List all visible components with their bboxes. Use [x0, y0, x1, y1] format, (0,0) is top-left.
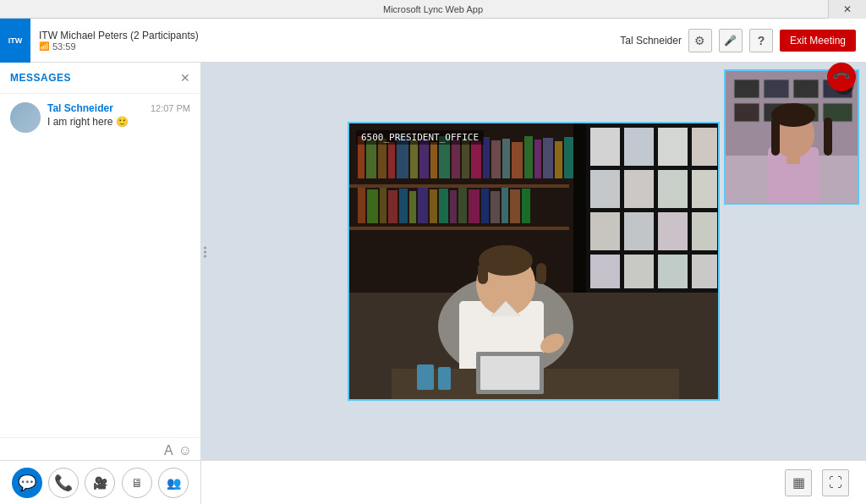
svg-rect-78 [734, 103, 759, 122]
svg-rect-9 [430, 142, 437, 178]
svg-rect-13 [471, 141, 481, 178]
svg-rect-11 [452, 140, 460, 178]
svg-rect-45 [624, 128, 654, 166]
svg-rect-42 [573, 123, 586, 293]
svg-rect-36 [481, 189, 489, 223]
svg-rect-25 [367, 189, 378, 223]
video-icon: 🎥 [93, 476, 107, 490]
end-call-button[interactable]: 📞 [827, 63, 856, 91]
mic-button[interactable]: 🎤 [719, 29, 743, 52]
svg-rect-23 [349, 184, 569, 188]
message-item: Tal Schneider 12:07 PM I am right here 🙂 [10, 102, 190, 133]
message-time: 12:07 PM [151, 103, 190, 113]
svg-rect-26 [380, 188, 386, 223]
svg-rect-57 [624, 255, 654, 288]
svg-rect-54 [658, 212, 688, 250]
svg-rect-39 [510, 189, 520, 223]
svg-rect-87 [824, 118, 832, 156]
svg-rect-24 [358, 188, 365, 223]
svg-rect-17 [512, 142, 523, 178]
main-video-content [349, 123, 718, 399]
phone-button[interactable]: 📞 [48, 468, 79, 498]
svg-rect-35 [469, 189, 480, 223]
svg-rect-34 [458, 188, 467, 223]
video-area: 6500_PRESIDENT_OFFICE [201, 63, 866, 460]
screen-icon: 🖥 [131, 476, 143, 490]
svg-rect-88 [787, 154, 800, 164]
svg-rect-76 [764, 79, 789, 98]
svg-rect-40 [522, 189, 530, 223]
svg-rect-37 [491, 191, 500, 223]
chat-button[interactable]: 💬 [12, 468, 42, 498]
svg-rect-19 [534, 140, 541, 178]
svg-rect-48 [590, 170, 620, 208]
svg-rect-75 [734, 79, 759, 98]
font-icon[interactable]: A [164, 443, 173, 458]
svg-rect-59 [692, 255, 717, 288]
svg-rect-72 [438, 367, 451, 390]
svg-rect-18 [524, 136, 533, 178]
fullscreen-icon: ⛶ [829, 475, 842, 490]
app-bar-right: Tal Schneider ⚙ 🎤 ? Exit Meeting [620, 29, 866, 52]
app-bar: ITW ITW Michael Peters (2 Participants) … [0, 19, 866, 63]
panel-close-button[interactable]: ✕ [180, 71, 190, 85]
svg-rect-5 [388, 142, 395, 178]
video-button[interactable]: 🎥 [85, 468, 115, 498]
participants-button[interactable]: 👥 [158, 468, 189, 498]
help-button[interactable]: ? [749, 29, 773, 52]
people-icon: 👥 [167, 476, 181, 490]
svg-rect-15 [491, 140, 501, 178]
settings-button[interactable]: ⚙ [688, 29, 712, 52]
drag-handle[interactable] [201, 247, 208, 258]
svg-rect-33 [450, 190, 457, 223]
svg-rect-30 [418, 188, 428, 223]
meeting-title: ITW Michael Peters (2 Participants) [39, 30, 620, 41]
svg-rect-46 [658, 128, 688, 166]
messages-panel: MESSAGES ✕ Tal Schneider 12:07 PM I am r… [0, 63, 201, 504]
svg-rect-47 [692, 128, 717, 166]
svg-rect-20 [543, 138, 553, 178]
bottom-right-toolbar: ▦ ⛶ [201, 460, 866, 504]
chat-icon: 💬 [18, 474, 36, 492]
messages-area: Tal Schneider 12:07 PM I am right here 🙂 [0, 94, 200, 437]
svg-rect-65 [478, 263, 488, 284]
user-name: Tal Schneider [620, 35, 682, 47]
svg-rect-41 [349, 227, 569, 230]
emoji-icon[interactable]: ☺ [178, 443, 192, 458]
svg-rect-32 [439, 189, 448, 223]
screen-share-button[interactable]: 🖥 [122, 468, 152, 498]
app-title: Microsoft Lync Web App [383, 4, 483, 14]
meeting-timer: 📶 53:59 [39, 41, 620, 52]
svg-rect-27 [388, 190, 397, 223]
svg-rect-71 [417, 364, 434, 390]
window-close-button[interactable]: ✕ [828, 0, 866, 19]
bottom-toolbar: 💬 📞 🎥 🖥 👥 [0, 460, 201, 504]
svg-rect-29 [409, 191, 416, 223]
panel-header: MESSAGES ✕ [0, 63, 200, 94]
gallery-view-button[interactable]: ▦ [785, 469, 812, 496]
svg-rect-70 [480, 356, 540, 390]
gallery-view-icon: ▦ [792, 474, 805, 490]
signal-icon: 📶 [39, 41, 49, 51]
svg-rect-4 [378, 139, 386, 178]
message-text: I am right here 🙂 [47, 116, 190, 128]
main-video: 6500_PRESIDENT_OFFICE [348, 122, 720, 401]
svg-rect-16 [502, 139, 510, 178]
svg-rect-8 [419, 139, 429, 178]
svg-rect-52 [590, 212, 620, 250]
main-video-svg [349, 123, 718, 399]
fullscreen-button[interactable]: ⛶ [822, 469, 849, 496]
svg-rect-77 [793, 79, 819, 98]
end-call-icon: 📞 [831, 67, 851, 86]
svg-rect-38 [502, 188, 508, 223]
svg-rect-49 [624, 170, 654, 208]
svg-rect-44 [590, 128, 620, 166]
svg-rect-51 [692, 170, 717, 208]
avatar [10, 102, 41, 133]
svg-rect-28 [399, 189, 408, 223]
message-content: Tal Schneider 12:07 PM I am right here 🙂 [47, 102, 190, 133]
video-label: 6500_PRESIDENT_OFFICE [356, 130, 484, 145]
exit-meeting-button[interactable]: Exit Meeting [780, 30, 856, 52]
chat-toolbar: A ☺ [8, 443, 192, 462]
svg-rect-7 [410, 140, 418, 178]
